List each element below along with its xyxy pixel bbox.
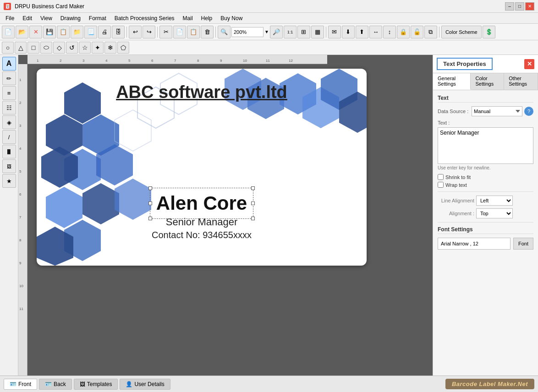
contact-text: Contact No: 934655xxxx bbox=[37, 230, 367, 240]
zoom-input[interactable]: 200% bbox=[231, 27, 264, 37]
handle-ml[interactable] bbox=[148, 201, 152, 205]
actual-size-button[interactable]: 1:1 bbox=[284, 26, 296, 38]
text-tool[interactable]: A bbox=[2, 57, 16, 71]
menu-buynow[interactable]: Buy Now bbox=[217, 14, 246, 22]
export-button[interactable]: ⬆ bbox=[356, 26, 368, 38]
print-button[interactable]: 🖨 bbox=[98, 26, 111, 38]
triangle-tool[interactable]: △ bbox=[15, 42, 27, 54]
close-window-button[interactable]: ✕ bbox=[525, 2, 534, 11]
menu-batch[interactable]: Batch Processing Series bbox=[111, 14, 178, 22]
handle-bl[interactable] bbox=[148, 217, 152, 220]
help-button[interactable]: ? bbox=[524, 107, 533, 116]
mail-button[interactable]: ✉ bbox=[328, 26, 341, 38]
zoom-out-button[interactable]: 🔍 bbox=[218, 26, 231, 38]
pen-tool[interactable]: ✏ bbox=[2, 71, 16, 85]
color-scheme-button[interactable]: Color Scheme bbox=[441, 26, 482, 38]
handle-tl[interactable] bbox=[148, 186, 152, 190]
alignment-dropdown[interactable]: Top Middle Bottom bbox=[476, 208, 513, 218]
star-tool[interactable]: ☆ bbox=[79, 42, 91, 54]
menu-mail[interactable]: Mail bbox=[179, 14, 197, 22]
menu-format[interactable]: Format bbox=[85, 14, 110, 22]
company-name-text: ABC software pvt.ltd bbox=[37, 82, 367, 102]
shrink-checkbox[interactable] bbox=[438, 174, 444, 180]
flip-h-button[interactable]: ↔ bbox=[369, 26, 382, 38]
tab-front-icon: 🪪 bbox=[10, 381, 16, 387]
person-selection[interactable]: Alen Core bbox=[156, 192, 247, 214]
new-button[interactable]: 📄 bbox=[2, 26, 15, 38]
text-area-input[interactable]: Senior Manager bbox=[438, 127, 533, 164]
font-button[interactable]: Font bbox=[513, 238, 533, 250]
pentagon-tool[interactable]: ⬠ bbox=[117, 42, 129, 54]
arrow-tool[interactable]: ↺ bbox=[66, 42, 78, 54]
circle-tool[interactable]: ○ bbox=[2, 42, 14, 54]
menu-help[interactable]: Help bbox=[198, 14, 216, 22]
shrink-label[interactable]: Shrink to fit bbox=[445, 174, 471, 180]
flip-v-button[interactable]: ↕ bbox=[383, 26, 396, 38]
alignment-row: Alignment : Top Middle Bottom bbox=[438, 208, 533, 218]
menu-file[interactable]: File bbox=[2, 14, 18, 22]
line-alignment-dropdown[interactable]: Left Center Right bbox=[476, 196, 513, 206]
tab-front[interactable]: 🪪 Front bbox=[4, 379, 37, 390]
select-tool[interactable]: ◈ bbox=[2, 115, 16, 129]
grid-button[interactable]: ⊞ bbox=[297, 26, 310, 38]
app-icon: 🃏 bbox=[4, 3, 11, 10]
window-controls: – □ ✕ bbox=[505, 2, 534, 11]
dollar-button[interactable]: 💲 bbox=[483, 26, 495, 38]
snowflake-tool[interactable]: ❄ bbox=[104, 42, 116, 54]
table-button[interactable]: ▦ bbox=[311, 26, 324, 38]
rect-tool[interactable]: □ bbox=[27, 42, 39, 54]
handle-mr[interactable] bbox=[251, 201, 255, 205]
open-button[interactable]: 📂 bbox=[16, 26, 28, 38]
wrap-text-row: Wrap text bbox=[438, 182, 533, 188]
font-display: Arial Narrow , 12 bbox=[438, 238, 511, 250]
page-button[interactable]: 📃 bbox=[84, 26, 97, 38]
minimize-button[interactable]: – bbox=[505, 2, 514, 11]
list-tool[interactable]: ≡ bbox=[2, 86, 16, 100]
panel-title: Text Properties bbox=[437, 58, 493, 70]
diamond-tool[interactable]: ◇ bbox=[53, 42, 65, 54]
tab-color-settings[interactable]: Color Settings bbox=[471, 73, 504, 90]
star-tool-left[interactable]: ★ bbox=[2, 174, 16, 188]
panel-close-button[interactable]: ✕ bbox=[524, 59, 534, 69]
divider1 bbox=[438, 191, 533, 192]
image-tool[interactable]: 🖼 bbox=[2, 159, 16, 173]
handle-tr[interactable] bbox=[251, 186, 255, 190]
menu-drawing[interactable]: Drawing bbox=[57, 14, 84, 22]
tab-back[interactable]: 🪪 Back bbox=[39, 379, 72, 390]
folder-button[interactable]: 📁 bbox=[71, 26, 83, 38]
handle-br[interactable] bbox=[251, 217, 255, 220]
data-source-dropdown[interactable]: Manual Database CSV bbox=[472, 106, 522, 116]
lock-button[interactable]: 🔒 bbox=[397, 26, 410, 38]
barcode-tool[interactable]: ▐▌ bbox=[2, 145, 16, 158]
grid-tool[interactable]: ☷ bbox=[2, 101, 16, 114]
copy-button[interactable]: 📄 bbox=[173, 26, 186, 38]
ellipse-tool[interactable]: ⬭ bbox=[40, 42, 52, 54]
tab-other-settings[interactable]: Other Settings bbox=[504, 73, 538, 90]
delete-button[interactable]: 🗑 bbox=[201, 26, 214, 38]
undo-button[interactable]: ↩ bbox=[129, 26, 142, 38]
main-layout: A ✏ ≡ ☷ ◈ / ▐▌ 🖼 ★ 1 2 3 4 5 6 7 8 9 10 … bbox=[0, 55, 538, 376]
star2-tool[interactable]: ✦ bbox=[92, 42, 104, 54]
layers-button[interactable]: ⧉ bbox=[424, 26, 437, 38]
redo-button[interactable]: ↪ bbox=[143, 26, 155, 38]
paste-button[interactable]: 📋 bbox=[187, 26, 200, 38]
wrap-checkbox[interactable] bbox=[438, 182, 444, 188]
maximize-button[interactable]: □ bbox=[515, 2, 524, 11]
menu-edit[interactable]: Edit bbox=[19, 14, 36, 22]
tab-general-settings[interactable]: General Settings bbox=[433, 73, 471, 90]
wrap-label[interactable]: Wrap text bbox=[445, 182, 467, 188]
unlock-button[interactable]: 🔓 bbox=[411, 26, 423, 38]
menu-view[interactable]: View bbox=[37, 14, 56, 22]
close-button[interactable]: ✕ bbox=[29, 26, 42, 38]
shrink-to-fit-row: Shrink to fit bbox=[438, 174, 533, 180]
save-as-button[interactable]: 📋 bbox=[57, 26, 70, 38]
zoom-in-button[interactable]: 🔎 bbox=[270, 26, 283, 38]
cut-button[interactable]: ✂ bbox=[159, 26, 172, 38]
tab-user-details[interactable]: 👤 User Details bbox=[120, 379, 170, 390]
db-button[interactable]: 🗄 bbox=[112, 26, 125, 38]
text-field-label: Text : bbox=[438, 120, 533, 125]
tab-templates[interactable]: 🖼 Templates bbox=[74, 379, 118, 390]
save-button[interactable]: 💾 bbox=[43, 26, 56, 38]
line-tool[interactable]: / bbox=[2, 130, 16, 144]
import-button[interactable]: ⬇ bbox=[342, 26, 355, 38]
